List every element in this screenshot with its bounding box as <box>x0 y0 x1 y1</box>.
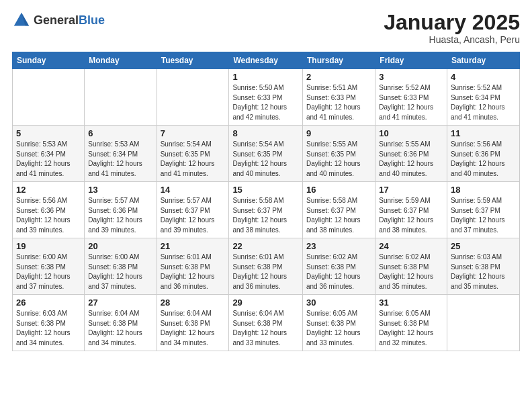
header: GeneralBlue January 2025 Huasta, Ancash,… <box>12 11 520 45</box>
page: GeneralBlue January 2025 Huasta, Ancash,… <box>0 0 532 411</box>
weekday-header: Sunday <box>13 52 85 69</box>
calendar-cell: 31Sunrise: 6:05 AM Sunset: 6:38 PM Dayli… <box>375 295 447 351</box>
day-detail: Sunrise: 5:50 AM Sunset: 6:33 PM Dayligh… <box>232 84 287 121</box>
day-detail: Sunrise: 5:52 AM Sunset: 6:34 PM Dayligh… <box>451 84 505 121</box>
logo-general: GeneralBlue <box>34 13 105 28</box>
calendar-cell: 22Sunrise: 6:01 AM Sunset: 6:38 PM Dayli… <box>229 238 303 295</box>
day-number: 31 <box>379 298 443 308</box>
calendar-cell: 13Sunrise: 5:57 AM Sunset: 6:36 PM Dayli… <box>85 182 157 238</box>
day-number: 2 <box>306 72 371 82</box>
calendar-cell: 26Sunrise: 6:03 AM Sunset: 6:38 PM Dayli… <box>13 295 85 351</box>
day-number: 6 <box>88 128 152 138</box>
calendar-cell: 10Sunrise: 5:55 AM Sunset: 6:36 PM Dayli… <box>375 126 447 182</box>
day-detail: Sunrise: 5:53 AM Sunset: 6:34 PM Dayligh… <box>16 140 71 177</box>
day-detail: Sunrise: 5:58 AM Sunset: 6:37 PM Dayligh… <box>306 197 361 234</box>
day-number: 4 <box>451 72 516 82</box>
day-detail: Sunrise: 6:01 AM Sunset: 6:38 PM Dayligh… <box>232 253 287 290</box>
weekday-header: Tuesday <box>157 52 229 69</box>
calendar-cell: 18Sunrise: 5:59 AM Sunset: 6:37 PM Dayli… <box>447 182 519 238</box>
calendar-cell <box>13 69 85 126</box>
calendar-cell: 17Sunrise: 5:59 AM Sunset: 6:37 PM Dayli… <box>375 182 447 238</box>
day-detail: Sunrise: 6:03 AM Sunset: 6:38 PM Dayligh… <box>451 253 505 290</box>
calendar-cell: 27Sunrise: 6:04 AM Sunset: 6:38 PM Dayli… <box>85 295 157 351</box>
day-detail: Sunrise: 5:57 AM Sunset: 6:37 PM Dayligh… <box>161 197 215 234</box>
calendar-cell: 12Sunrise: 5:56 AM Sunset: 6:36 PM Dayli… <box>13 182 85 238</box>
day-number: 14 <box>161 185 226 195</box>
calendar-cell: 4Sunrise: 5:52 AM Sunset: 6:34 PM Daylig… <box>447 69 519 126</box>
day-detail: Sunrise: 6:05 AM Sunset: 6:38 PM Dayligh… <box>379 310 433 347</box>
calendar-week-row: 12Sunrise: 5:56 AM Sunset: 6:36 PM Dayli… <box>13 182 520 238</box>
day-number: 20 <box>88 241 152 251</box>
calendar-cell: 5Sunrise: 5:53 AM Sunset: 6:34 PM Daylig… <box>13 126 85 182</box>
weekday-header: Friday <box>375 52 447 69</box>
day-detail: Sunrise: 5:55 AM Sunset: 6:35 PM Dayligh… <box>306 140 361 177</box>
calendar-cell: 19Sunrise: 6:00 AM Sunset: 6:38 PM Dayli… <box>13 238 85 295</box>
calendar-cell: 9Sunrise: 5:55 AM Sunset: 6:35 PM Daylig… <box>302 126 375 182</box>
day-detail: Sunrise: 6:04 AM Sunset: 6:38 PM Dayligh… <box>88 310 142 347</box>
page-title: January 2025 <box>384 11 520 34</box>
day-number: 1 <box>232 72 299 82</box>
calendar-cell: 29Sunrise: 6:04 AM Sunset: 6:38 PM Dayli… <box>229 295 303 351</box>
calendar-week-row: 5Sunrise: 5:53 AM Sunset: 6:34 PM Daylig… <box>13 126 520 182</box>
day-number: 26 <box>16 298 81 308</box>
calendar-cell: 1Sunrise: 5:50 AM Sunset: 6:33 PM Daylig… <box>229 69 303 126</box>
calendar-cell: 15Sunrise: 5:58 AM Sunset: 6:37 PM Dayli… <box>229 182 303 238</box>
day-number: 28 <box>161 298 226 308</box>
day-number: 8 <box>232 128 299 138</box>
day-detail: Sunrise: 5:54 AM Sunset: 6:35 PM Dayligh… <box>232 140 287 177</box>
logo-icon <box>12 11 31 30</box>
day-number: 24 <box>379 241 443 251</box>
day-detail: Sunrise: 6:00 AM Sunset: 6:38 PM Dayligh… <box>16 253 71 290</box>
day-number: 19 <box>16 241 81 251</box>
day-detail: Sunrise: 5:53 AM Sunset: 6:34 PM Dayligh… <box>88 140 142 177</box>
day-detail: Sunrise: 5:57 AM Sunset: 6:36 PM Dayligh… <box>88 197 142 234</box>
day-detail: Sunrise: 6:04 AM Sunset: 6:38 PM Dayligh… <box>161 310 215 347</box>
day-detail: Sunrise: 6:01 AM Sunset: 6:38 PM Dayligh… <box>161 253 215 290</box>
calendar-cell: 16Sunrise: 5:58 AM Sunset: 6:37 PM Dayli… <box>302 182 375 238</box>
day-detail: Sunrise: 6:00 AM Sunset: 6:38 PM Dayligh… <box>88 253 142 290</box>
day-detail: Sunrise: 5:52 AM Sunset: 6:33 PM Dayligh… <box>379 84 433 121</box>
calendar-week-row: 1Sunrise: 5:50 AM Sunset: 6:33 PM Daylig… <box>13 69 520 126</box>
day-number: 30 <box>306 298 371 308</box>
day-number: 5 <box>16 128 81 138</box>
day-number: 9 <box>306 128 371 138</box>
day-number: 17 <box>379 185 443 195</box>
logo: GeneralBlue <box>12 11 105 30</box>
title-block: January 2025 Huasta, Ancash, Peru <box>384 11 520 45</box>
calendar-cell: 11Sunrise: 5:56 AM Sunset: 6:36 PM Dayli… <box>447 126 519 182</box>
day-detail: Sunrise: 5:59 AM Sunset: 6:37 PM Dayligh… <box>451 197 505 234</box>
calendar-header-row: SundayMondayTuesdayWednesdayThursdayFrid… <box>13 52 520 69</box>
day-number: 15 <box>232 185 299 195</box>
day-number: 22 <box>232 241 299 251</box>
day-detail: Sunrise: 5:56 AM Sunset: 6:36 PM Dayligh… <box>16 197 71 234</box>
day-number: 21 <box>161 241 226 251</box>
day-detail: Sunrise: 5:58 AM Sunset: 6:37 PM Dayligh… <box>232 197 287 234</box>
page-subtitle: Huasta, Ancash, Peru <box>384 34 520 45</box>
calendar-cell: 2Sunrise: 5:51 AM Sunset: 6:33 PM Daylig… <box>302 69 375 126</box>
day-number: 13 <box>88 185 152 195</box>
day-number: 29 <box>232 298 299 308</box>
calendar-cell: 20Sunrise: 6:00 AM Sunset: 6:38 PM Dayli… <box>85 238 157 295</box>
calendar-cell: 14Sunrise: 5:57 AM Sunset: 6:37 PM Dayli… <box>157 182 229 238</box>
calendar-cell: 24Sunrise: 6:02 AM Sunset: 6:38 PM Dayli… <box>375 238 447 295</box>
calendar: SundayMondayTuesdayWednesdayThursdayFrid… <box>12 52 520 351</box>
day-number: 27 <box>88 298 152 308</box>
day-detail: Sunrise: 5:56 AM Sunset: 6:36 PM Dayligh… <box>451 140 505 177</box>
day-number: 10 <box>379 128 443 138</box>
day-number: 18 <box>451 185 516 195</box>
day-number: 7 <box>161 128 226 138</box>
calendar-cell: 7Sunrise: 5:54 AM Sunset: 6:35 PM Daylig… <box>157 126 229 182</box>
day-number: 11 <box>451 128 516 138</box>
calendar-week-row: 19Sunrise: 6:00 AM Sunset: 6:38 PM Dayli… <box>13 238 520 295</box>
day-detail: Sunrise: 6:04 AM Sunset: 6:38 PM Dayligh… <box>232 310 287 347</box>
calendar-cell <box>447 295 519 351</box>
day-detail: Sunrise: 6:03 AM Sunset: 6:38 PM Dayligh… <box>16 310 71 347</box>
weekday-header: Saturday <box>447 52 519 69</box>
day-number: 23 <box>306 241 371 251</box>
day-detail: Sunrise: 6:02 AM Sunset: 6:38 PM Dayligh… <box>379 253 433 290</box>
day-number: 3 <box>379 72 443 82</box>
calendar-cell <box>157 69 229 126</box>
calendar-cell: 8Sunrise: 5:54 AM Sunset: 6:35 PM Daylig… <box>229 126 303 182</box>
calendar-cell: 21Sunrise: 6:01 AM Sunset: 6:38 PM Dayli… <box>157 238 229 295</box>
day-detail: Sunrise: 5:54 AM Sunset: 6:35 PM Dayligh… <box>161 140 215 177</box>
